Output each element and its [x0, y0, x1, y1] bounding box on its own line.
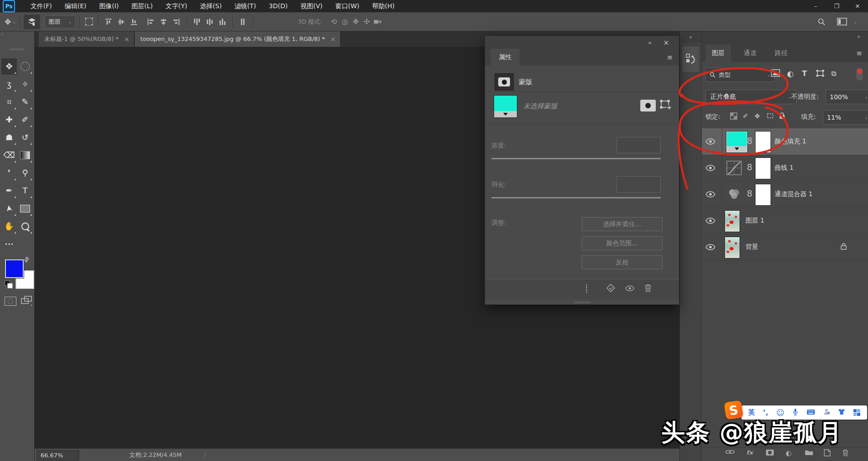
apply-mask-icon[interactable] [606, 284, 615, 294]
lock-artboard-icon[interactable] [766, 112, 774, 121]
history-brush-tool[interactable]: ↺ [17, 129, 33, 146]
quick-selection-tool[interactable]: ✧ [17, 76, 33, 92]
default-colors-icon[interactable] [5, 280, 13, 288]
zoom-tool[interactable] [17, 218, 33, 234]
menu-item-3d[interactable]: 3D(D) [262, 0, 294, 12]
channel-mixer-thumbnail[interactable] [726, 187, 742, 202]
density-value-field[interactable] [617, 137, 661, 153]
shape-tool[interactable] [17, 200, 33, 217]
delete-layer-trash-icon[interactable] [842, 449, 849, 458]
opacity-dropdown[interactable]: 100% ⌄ [826, 90, 868, 104]
align-bottom-edges-icon[interactable] [130, 18, 138, 26]
lock-image-pixels-icon[interactable]: ✐ [743, 112, 748, 120]
distribute-bottom-edges-icon[interactable] [218, 18, 226, 26]
visibility-eye-icon[interactable] [705, 165, 719, 172]
align-left-edges-icon[interactable] [147, 18, 155, 26]
layers-panel-menu-icon[interactable]: ≡ [856, 49, 862, 57]
dodge-tool[interactable]: ⚲ [17, 165, 33, 181]
mask-visibility-eye-icon[interactable] [625, 285, 634, 293]
distribute-spacing-icon[interactable] [239, 18, 247, 26]
3d-roll-icon[interactable]: ◎ [339, 15, 350, 28]
align-top-edges-icon[interactable] [104, 18, 112, 26]
new-layer-icon[interactable] [824, 449, 831, 458]
mask-link-icon[interactable]: 8 [747, 136, 752, 146]
layer-mask-thumbnail[interactable] [755, 157, 771, 179]
dock-collapse-icon[interactable]: « [680, 31, 701, 43]
layer-row-curves-1[interactable]: 8曲线 1 [702, 155, 868, 182]
zoom-level-field[interactable]: 66.67% [36, 450, 79, 461]
auto-select-target-dropdown[interactable]: 图层 ⌄ [45, 15, 76, 28]
ime-skin-shirt-icon[interactable] [838, 408, 845, 417]
layer-row-layer-1[interactable]: 图层 1 [702, 208, 868, 234]
new-group-folder-icon[interactable] [805, 449, 813, 457]
3d-slide-icon[interactable]: ✣ [361, 15, 372, 28]
document-tab-untitled-1[interactable]: 未标题-1 @ 50%(RGB/8) *× [39, 31, 134, 47]
load-selection-from-mask-icon[interactable] [586, 285, 587, 292]
marquee-tool[interactable] [17, 58, 33, 75]
menu-item-edit[interactable]: 编辑(E) [58, 0, 93, 12]
select-and-mask-button[interactable]: 选择并遮住... [582, 217, 663, 231]
3d-camera-icon[interactable] [372, 15, 383, 28]
layer-style-fx-icon[interactable]: fx [746, 449, 753, 456]
lasso-tool[interactable]: ʒ [1, 76, 17, 92]
3d-orbit-icon[interactable]: ⟲ [328, 15, 339, 28]
ime-profile-icon[interactable] [823, 408, 830, 417]
visibility-eye-icon[interactable] [705, 191, 719, 198]
layer-row-color-fill-1[interactable]: 8颜色填充 1 [702, 128, 868, 155]
blur-tool[interactable]: ❜ [1, 165, 17, 181]
photo-thumbnail[interactable] [725, 237, 740, 258]
3d-pan-icon[interactable]: ✥ [350, 15, 361, 28]
distribute-vertical-centers-icon[interactable] [205, 18, 214, 26]
document-tab-tooopen[interactable]: tooopen_sy_132459347285.jpg @ 66.7% (颜色填… [135, 31, 341, 47]
ime-keyboard-icon[interactable] [807, 409, 815, 417]
color-range-button[interactable]: 颜色范围... [582, 236, 663, 250]
type-tool[interactable]: T [17, 182, 33, 199]
status-options-chevron[interactable]: 〉 [204, 451, 209, 459]
color-fill-thumbnail[interactable] [726, 132, 747, 152]
visibility-eye-icon[interactable] [705, 218, 719, 225]
menu-item-window[interactable]: 窗口(W) [329, 0, 366, 12]
edit-toolbar[interactable]: ••• [1, 236, 17, 252]
link-layers-icon[interactable] [725, 449, 735, 456]
photo-thumbnail[interactable] [725, 210, 740, 232]
blend-mode-dropdown[interactable]: 正片叠底 ⌄ [705, 90, 797, 104]
healing-brush-tool[interactable]: ✚ [1, 111, 17, 128]
panel-resize-grip[interactable] [574, 301, 590, 304]
menu-item-filter[interactable]: 滤镜(T) [228, 0, 262, 12]
menu-item-view[interactable]: 视图(V) [294, 0, 329, 12]
mask-link-icon[interactable]: 8 [747, 188, 752, 198]
lock-transparent-pixels-icon[interactable] [730, 112, 737, 121]
properties-titlebar[interactable]: « × [485, 36, 679, 49]
toolbar-grip[interactable] [10, 48, 24, 51]
delete-mask-trash-icon[interactable] [644, 284, 652, 294]
layer-mask-thumbnail[interactable] [755, 184, 771, 206]
add-vector-mask-icon[interactable] [659, 99, 673, 111]
feather-value-field[interactable] [617, 176, 661, 193]
clone-stamp-tool[interactable]: ☗ [1, 129, 17, 146]
ime-punctuation-toggle[interactable]: ’, [763, 409, 768, 417]
align-right-edges-icon[interactable] [172, 18, 180, 26]
filter-type-dropdown[interactable]: 类型 ⌄ [705, 68, 775, 82]
move-tool[interactable]: ✥ [1, 58, 17, 75]
gradient-tool[interactable] [17, 147, 33, 163]
menu-item-help[interactable]: 帮助(H) [366, 0, 401, 12]
distribute-top-edges-icon[interactable] [193, 18, 201, 26]
filter-adjustment-layers-icon[interactable]: ◐ [787, 69, 794, 78]
menu-item-image[interactable]: 图像(I) [93, 0, 125, 12]
restore-button[interactable]: ❐ [826, 0, 847, 12]
history-panel-icon[interactable] [682, 46, 699, 72]
new-adjustment-layer-icon[interactable]: ◐ [786, 449, 791, 457]
visibility-eye-icon[interactable] [705, 138, 719, 146]
foreground-color-swatch[interactable] [5, 259, 24, 278]
eraser-tool[interactable]: ⌫ [1, 147, 17, 163]
layer-mask-badge-icon[interactable] [640, 100, 656, 111]
close-tab-icon[interactable]: × [331, 35, 336, 43]
align-vertical-centers-icon[interactable] [117, 18, 125, 26]
feather-slider[interactable] [491, 197, 661, 198]
filter-smart-objects-icon[interactable]: ⧉ [831, 69, 836, 78]
menu-item-file[interactable]: 文件(F) [24, 0, 58, 12]
density-slider[interactable] [491, 158, 661, 159]
show-transform-controls-icon[interactable] [83, 15, 94, 28]
add-layer-mask-icon[interactable] [766, 449, 774, 457]
menu-item-layer[interactable]: 图层(L) [125, 0, 159, 12]
